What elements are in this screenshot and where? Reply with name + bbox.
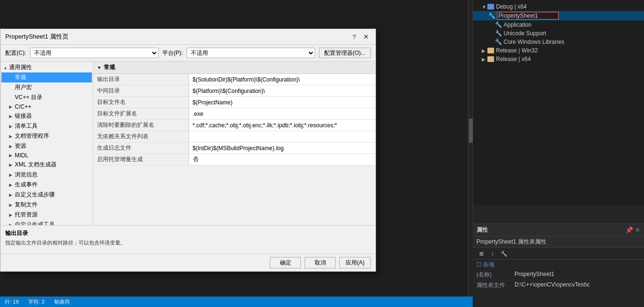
section-arrow-icon: ▼ [97,65,101,70]
dialog-config-row: 配置(C): 不适用 平台(P): 不适用 配置管理器(O)... [0,45,376,61]
tree-item-application[interactable]: 🔧 Application [473,20,644,29]
ltree-arrow-c-cpp: ▶ [9,104,15,109]
dialog-properties-table: 输出目录 $(SolutionDir)$(Platform)\$(Configu… [93,74,376,165]
dialog-close-button[interactable]: ✕ [361,32,371,41]
property-sheet-dialog: PropertySheet1 属性页 ? ✕ 配置(C): 不适用 平台(P):… [0,29,376,272]
props-row-file: 属性表文件 D:\C++\openCV\opencvTest\c [473,280,644,291]
ltree-item-copy-files[interactable]: ▶ 复制文件 [1,200,92,210]
prop-row-intermediate-dir: 中间目录 $(Platform)\$(Configuration)\ [93,85,376,97]
dialog-buttons-row: 确定 取消 应用(A) [0,254,376,271]
dialog-description-area: 输出目录 指定输出文件目录的相对路径；可以包含环境变量。 [0,225,376,254]
ltree-arrow-browse: ▶ [9,173,15,177]
props-row-name: (名称) PropertySheet1 [473,270,644,280]
status-row: 行: 19 [5,298,19,306]
status-bar: 行: 19 字符: 2 制表符 [0,297,473,307]
ltree-item-xml-doc[interactable]: ▶ 文档管理程序 [1,131,92,141]
prop-key-managed-inc: 启用托管增量生成 [93,154,188,165]
props-panel-controls: 📌 ✕ [625,226,640,234]
dialog-container: PropertySheet1 属性页 ? ✕ 配置(C): 不适用 平台(P):… [0,29,376,272]
vertical-scrollbar-track[interactable] [468,0,473,297]
prop-val-no-deps [188,131,376,143]
ltree-label-common-props: 通用属性 [9,63,32,72]
vertical-scrollbar-thumb[interactable] [469,119,473,143]
config-select[interactable]: 不适用 [30,48,159,58]
tree-item-label-corewindows: Core Windows Libraries [504,39,564,45]
dialog-desc-title: 输出目录 [5,229,371,237]
tree-item-core-windows-libs[interactable]: 🔧 Core Windows Libraries [473,38,644,46]
wrench-icon-corewindows: 🔧 [495,39,502,45]
right-panel: ▼ Debug | x64 🔧 🔧 Application 🔧 Unicode … [473,0,644,307]
dialog-titlebar: PropertySheet1 属性页 ? ✕ [0,29,376,45]
horizontal-scrollbar[interactable] [0,292,473,297]
props-key-name: (名称) [476,271,515,279]
ltree-item-xml-gen[interactable]: ▶ XML 文档生成器 [1,160,92,170]
ltree-label-user-macros: 用户宏 [15,83,32,92]
dialog-ok-button[interactable]: 确定 [270,257,301,268]
debug-folder-icon [487,4,494,10]
ltree-arrow-common: ▲ [3,65,9,70]
props-panel-title: 属性 [476,226,488,234]
release-x64-folder-icon [487,56,494,62]
prop-key-intermediate-dir: 中间目录 [93,85,188,97]
prop-key-output-dir: 输出目录 [93,74,188,85]
prop-row-output-dir: 输出目录 $(SolutionDir)$(Platform)\$(Configu… [93,74,376,85]
ltree-item-midl[interactable]: ▶ MIDL [1,151,92,160]
tree-item-release-win32[interactable]: ▶ Release | Win32 [473,46,644,55]
wrench-icon-unicode: 🔧 [495,30,502,37]
props-val-name: PropertySheet1 [515,271,640,279]
dialog-apply-button[interactable]: 应用(A) [339,257,371,268]
ltree-label-c-cpp: C/C++ [15,103,31,110]
tree-item-propertysheet1[interactable]: 🔧 [473,11,644,20]
props-panel-close-icon[interactable]: ✕ [635,226,640,234]
tree-item-release-x64[interactable]: ▶ Release | x64 [473,55,644,63]
tree-item-debug-x64[interactable]: ▼ Debug | x64 [473,2,644,11]
dialog-desc-text: 指定输出文件目录的相对路径；可以包含环境变量。 [5,239,371,246]
dialog-right-content: ▼ 常规 输出目录 $(SolutionDir)$(Platform)\$(Co… [93,61,376,225]
ltree-arrow-xml-gen: ▶ [9,163,15,167]
ltree-item-build-events[interactable]: ▶ 生成事件 [1,180,92,190]
props-pages-btn[interactable]: 🔧 [499,249,509,258]
prop-row-target-name: 目标文件名 $(ProjectName) [93,97,376,108]
dialog-help-button[interactable]: ? [349,32,359,41]
dialog-left-tree: ▲ 通用属性 常规 用户宏 VC++ 目录 ▶ C/C++ [0,61,93,225]
ltree-item-managed-resources[interactable]: ▶ 托管资源 [1,210,92,220]
ltree-arrow-manifest: ▶ [9,124,15,129]
ltree-item-custom-build-step[interactable]: ▶ 自定义生成步骤 [1,190,92,200]
config-manager-button[interactable]: 配置管理器(O)... [319,48,371,58]
ltree-item-browse-info[interactable]: ▶ 浏览信息 [1,170,92,180]
prop-key-no-deps: 无依赖关系文件列表 [93,131,188,143]
prop-val-managed-inc: 否 [188,154,376,165]
tree-item-label-release-x64: Release | x64 [496,56,531,62]
arrow-down-icon: ▼ [482,4,486,9]
ltree-item-manifest-tool[interactable]: ▶ 清单工具 [1,121,92,131]
prop-val-build-log: $(IntDir)$(MSBuildProjectName).log [188,143,376,154]
dialog-section-header: ▼ 常规 [93,61,376,74]
tree-item-unicode-support[interactable]: 🔧 Unicode Support [473,29,644,38]
ltree-label-custom-build-step: 自定义生成步骤 [15,191,55,199]
platform-select[interactable]: 不适用 [187,48,315,58]
ltree-item-linker[interactable]: ▶ 链接器 [1,111,92,121]
ltree-item-common-props[interactable]: ▲ 通用属性 [1,62,92,72]
props-categorized-btn[interactable]: ⊞ [476,249,486,258]
props-alpha-btn[interactable]: ↕ [488,249,497,258]
ltree-label-manifest-tool: 清单工具 [15,122,38,130]
ltree-item-resources[interactable]: ▶ 资源 [1,141,92,151]
dialog-cancel-button[interactable]: 取消 [305,257,336,268]
ltree-item-custom-build-tools[interactable]: ▶ 自定义生成工具 [1,220,92,225]
props-panel-pin-icon[interactable]: 📌 [625,226,633,234]
prop-key-clean-ext: 清除时要删除的扩展名 [93,120,188,131]
props-section-label: ☐ 杂项 [476,261,495,268]
ltree-item-user-macros[interactable]: 用户宏 [1,82,92,92]
prop-val-clean-ext: *.cdf;*.cache;*.obj;*.obj.enc;*.ilk;*.ip… [188,120,376,131]
prop-val-target-name: $(ProjectName) [188,97,376,108]
ltree-arrow-copy-files: ▶ [9,203,15,207]
prop-row-no-deps: 无依赖关系文件列表 [93,131,376,143]
ltree-arrow-resources: ▶ [9,144,15,149]
ltree-item-c-cpp[interactable]: ▶ C/C++ [1,102,92,111]
arrow-right-icon-2: ▶ [482,57,486,61]
ltree-item-general[interactable]: 常规 [1,72,92,82]
ltree-label-build-events: 生成事件 [15,181,38,189]
solution-explorer-tree: ▼ Debug | x64 🔧 🔧 Application 🔧 Unicode … [473,0,644,205]
propertysheet1-name-input[interactable] [497,12,559,20]
ltree-item-vcpp-dirs[interactable]: VC++ 目录 [1,92,92,102]
